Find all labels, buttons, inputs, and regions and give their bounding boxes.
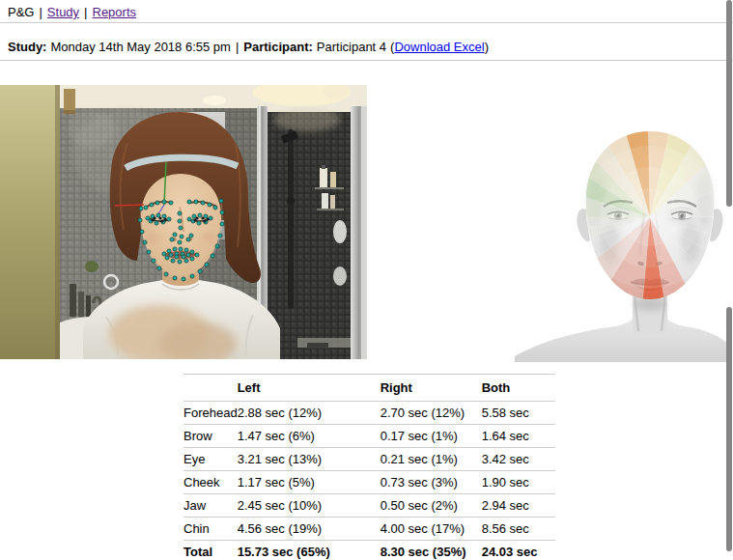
participant-label: Participant: xyxy=(243,40,313,54)
cell-left: 15.73 sec (65%) xyxy=(238,541,381,560)
cell-left: 1.17 sec (5%) xyxy=(238,471,381,494)
table-row-eye: Eye3.21 sec (13%)0.21 sec (1%)3.42 sec xyxy=(183,448,555,471)
cell-both: 1.64 sec xyxy=(482,425,555,448)
table-header-row: Left Right Both xyxy=(183,375,555,402)
download-excel-link[interactable]: Download Excel xyxy=(394,40,484,54)
top-nav: P&G|Study|Reports xyxy=(0,0,733,23)
info-separator: | xyxy=(236,40,239,54)
cell-both: 8.56 sec xyxy=(482,518,555,541)
cell-region: Cheek xyxy=(183,471,238,494)
nav-separator: | xyxy=(84,5,87,19)
close-paren: ) xyxy=(485,40,489,54)
cell-region: Forehead xyxy=(183,402,238,425)
table-row-cheek: Cheek1.17 sec (5%)0.73 sec (3%)1.90 sec xyxy=(183,471,555,494)
tracking-horizontal-axis-line xyxy=(115,205,144,206)
cell-right: 0.73 sec (3%) xyxy=(381,471,482,494)
cell-right: 8.30 sec (35%) xyxy=(381,541,482,560)
study-value: Monday 14th May 2018 6:55 pm xyxy=(50,40,230,54)
table-row-jaw: Jaw2.45 sec (10%)0.50 sec (2%)2.94 sec xyxy=(183,494,555,518)
nav-separator: | xyxy=(39,5,42,19)
cell-region: Eye xyxy=(183,448,238,471)
study-label: Study: xyxy=(8,40,46,54)
header-both: Both xyxy=(482,375,555,402)
cell-left: 2.45 sec (10%) xyxy=(238,494,381,518)
face-heatmap-image xyxy=(515,109,731,362)
cell-right: 0.21 sec (1%) xyxy=(381,448,482,471)
table-row-forehead: Forehead2.88 sec (12%)2.70 sec (12%)5.58… xyxy=(183,402,555,425)
scrollbar-thumb-top[interactable] xyxy=(726,0,732,207)
table-row-total: Total15.73 sec (65%)8.30 sec (35%)24.03 … xyxy=(183,541,555,560)
results-table: Left Right Both Forehead2.88 sec (12%)2.… xyxy=(183,374,555,560)
study-link[interactable]: Study xyxy=(47,5,79,19)
study-info-bar: Study:Monday 14th May 2018 6:55 pm|Parti… xyxy=(0,23,733,61)
cell-both: 2.94 sec xyxy=(482,494,555,518)
cell-left: 3.21 sec (13%) xyxy=(238,448,381,471)
cell-left: 4.56 sec (19%) xyxy=(238,518,381,541)
table-row-chin: Chin4.56 sec (19%)4.00 sec (17%)8.56 sec xyxy=(183,518,555,541)
header-region xyxy=(183,375,238,402)
cell-left: 1.47 sec (6%) xyxy=(238,425,381,448)
scrollbar-thumb-bottom[interactable] xyxy=(726,307,732,551)
cell-region: Brow xyxy=(183,425,238,448)
header-left: Left xyxy=(238,375,381,402)
cell-region: Jaw xyxy=(183,494,238,518)
reports-link[interactable]: Reports xyxy=(93,5,137,19)
cell-both: 5.58 sec xyxy=(482,402,555,425)
webcam-image xyxy=(0,85,367,359)
participant-value: Participant 4 xyxy=(317,40,386,54)
cell-left: 2.88 sec (12%) xyxy=(238,402,381,425)
brand-label: P&G xyxy=(8,5,34,19)
cell-right: 0.50 sec (2%) xyxy=(381,494,482,518)
cell-region: Total xyxy=(183,541,238,560)
cell-both: 3.42 sec xyxy=(482,448,555,471)
header-right: Right xyxy=(381,375,482,402)
cell-region: Chin xyxy=(183,518,238,541)
cell-right: 2.70 sec (12%) xyxy=(381,402,482,425)
cell-right: 0.17 sec (1%) xyxy=(381,425,482,448)
table-row-brow: Brow1.47 sec (6%)0.17 sec (1%)1.64 sec xyxy=(183,425,555,448)
cell-both: 1.90 sec xyxy=(482,471,555,494)
cell-both: 24.03 sec xyxy=(482,541,555,560)
cell-right: 4.00 sec (17%) xyxy=(381,518,482,541)
